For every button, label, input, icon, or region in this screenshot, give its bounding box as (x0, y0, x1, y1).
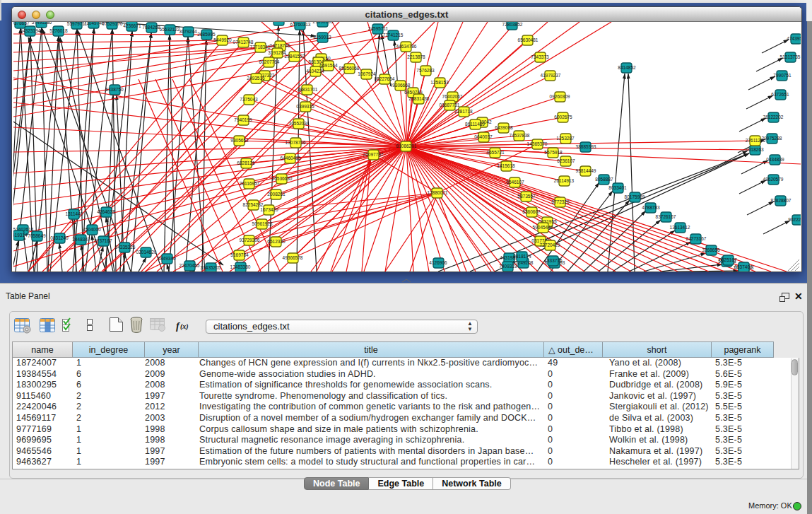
svg-text:4504000: 4504000 (83, 227, 101, 232)
svg-text:1673420: 1673420 (260, 207, 278, 212)
svg-text:51313735: 51313735 (780, 54, 801, 59)
svg-text:57491186: 57491186 (32, 22, 52, 25)
svg-text:64460495: 64460495 (281, 156, 301, 160)
svg-text:07529170: 07529170 (102, 22, 123, 26)
svg-text:1311440: 1311440 (66, 211, 83, 216)
svg-text:8159013: 8159013 (313, 35, 331, 40)
svg-text:4126906: 4126906 (429, 260, 447, 265)
svg-text:44634786: 44634786 (396, 44, 417, 49)
svg-text:0018263: 0018263 (746, 147, 764, 152)
svg-text:17880021: 17880021 (428, 190, 448, 195)
svg-text:59045440: 59045440 (533, 225, 553, 230)
svg-text:81086201: 81086201 (396, 144, 417, 148)
svg-text:4655721: 4655721 (486, 150, 505, 155)
svg-text:24595711: 24595711 (368, 26, 389, 31)
svg-text:7409319: 7409319 (499, 264, 517, 269)
svg-text:4236671: 4236671 (123, 23, 141, 28)
svg-text:76122202: 76122202 (763, 115, 784, 119)
svg-text:7684268: 7684268 (142, 25, 160, 30)
svg-text:61760313: 61760313 (290, 22, 311, 27)
svg-text:5169784: 5169784 (230, 252, 249, 257)
svg-text:27611256: 27611256 (746, 138, 766, 143)
svg-text:13078716: 13078716 (286, 140, 306, 145)
svg-text:7576283: 7576283 (416, 68, 435, 73)
svg-text:93814449: 93814449 (576, 168, 596, 173)
svg-text:93729306: 93729306 (240, 238, 260, 243)
svg-text:86111489: 86111489 (465, 122, 485, 127)
svg-text:14365370: 14365370 (527, 141, 548, 146)
svg-text:82828807: 82828807 (771, 198, 792, 203)
svg-text:7375043: 7375043 (240, 97, 258, 102)
svg-text:0025167: 0025167 (719, 257, 737, 262)
svg-text:1419314: 1419314 (13, 233, 28, 238)
svg-text:3268656: 3268656 (702, 247, 720, 252)
svg-text:4788783: 4788783 (642, 205, 660, 210)
svg-text:82254282: 82254282 (243, 202, 264, 207)
svg-text:29841537: 29841537 (285, 54, 305, 59)
svg-text:30435205: 30435205 (201, 265, 221, 270)
svg-text:41979237: 41979237 (541, 73, 561, 78)
svg-text:07413748: 07413748 (233, 40, 254, 45)
svg-text:8737167: 8737167 (94, 238, 112, 243)
svg-text:2213878: 2213878 (407, 54, 425, 59)
svg-text:2493516: 2493516 (247, 76, 265, 81)
svg-text:76402067: 76402067 (442, 94, 463, 99)
svg-text:72803852: 72803852 (502, 22, 523, 27)
svg-text:65632122: 65632122 (160, 27, 180, 32)
svg-text:6360607: 6360607 (522, 209, 541, 214)
svg-text:5575918: 5575918 (544, 150, 563, 155)
svg-text:7343373: 7343373 (531, 54, 549, 59)
svg-text:8818174: 8818174 (513, 254, 531, 259)
svg-text:7058649: 7058649 (28, 233, 46, 238)
svg-text:50961923: 50961923 (252, 221, 273, 226)
svg-text:4264628: 4264628 (97, 209, 115, 214)
svg-text:9378657: 9378657 (13, 22, 30, 25)
svg-text:83726167: 83726167 (656, 214, 676, 219)
svg-text:8907866: 8907866 (270, 22, 288, 23)
svg-text:0399315: 0399315 (296, 104, 314, 109)
svg-text:38831701: 38831701 (298, 87, 318, 92)
svg-text:65630481: 65630481 (518, 37, 539, 42)
svg-text:0837407: 0837407 (734, 264, 753, 269)
svg-text:9022279: 9022279 (788, 217, 801, 222)
svg-text:74537838: 74537838 (510, 133, 530, 138)
svg-text:13613412: 13613412 (670, 225, 690, 230)
svg-text:60536630: 60536630 (272, 176, 293, 181)
svg-text:80175989: 80175989 (625, 194, 645, 199)
svg-text:0640037: 0640037 (474, 134, 493, 139)
svg-text:84335326: 84335326 (115, 245, 136, 250)
svg-text:1067924: 1067924 (358, 71, 376, 76)
svg-text:2281718: 2281718 (454, 109, 473, 114)
svg-text:54323194: 54323194 (20, 28, 41, 33)
svg-text:60207764: 60207764 (259, 59, 280, 64)
svg-text:8033401: 8033401 (608, 185, 627, 190)
svg-text:3448347: 3448347 (72, 237, 90, 242)
svg-text:24273167: 24273167 (686, 236, 707, 241)
svg-text:6691564: 6691564 (319, 63, 338, 68)
svg-text:28831436: 28831436 (409, 96, 430, 101)
svg-text:77741215: 77741215 (383, 33, 404, 37)
svg-text:49366578: 49366578 (283, 255, 303, 260)
svg-text:5873557: 5873557 (517, 194, 536, 199)
svg-text:21590109: 21590109 (313, 22, 334, 24)
svg-text:0831240: 0831240 (50, 235, 69, 240)
svg-text:02014620: 02014620 (136, 250, 157, 255)
svg-text:01687731: 01687731 (440, 103, 460, 107)
svg-text:17483380: 17483380 (230, 264, 251, 269)
svg-text:09260309: 09260309 (550, 94, 570, 99)
svg-text:08227654: 08227654 (375, 76, 395, 81)
svg-text:20097737: 20097737 (363, 152, 384, 157)
svg-text:6338750: 6338750 (105, 87, 124, 92)
svg-text:6236107: 6236107 (557, 158, 575, 163)
svg-text:4333776: 4333776 (544, 258, 563, 263)
svg-text:1415618: 1415618 (497, 163, 515, 168)
svg-text:30552034: 30552034 (289, 121, 310, 126)
svg-text:04718746: 04718746 (270, 43, 290, 48)
svg-text:6772326: 6772326 (551, 199, 570, 204)
svg-text:85356068: 85356068 (339, 66, 360, 71)
svg-text:6849340: 6849340 (158, 256, 176, 261)
svg-text:3079244: 3079244 (179, 29, 197, 34)
svg-text:8058887: 8058887 (595, 177, 613, 182)
svg-text:6828126: 6828126 (237, 160, 255, 165)
svg-text:26114913: 26114913 (554, 178, 575, 183)
